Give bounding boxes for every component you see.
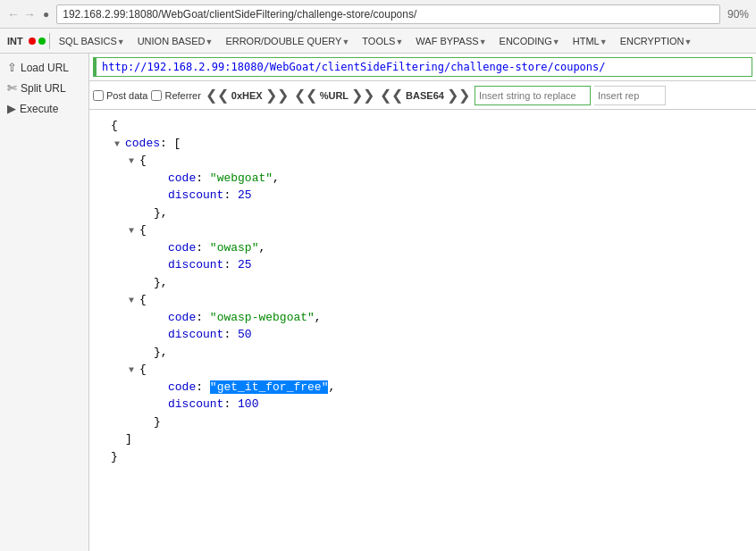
entry1-toggle[interactable]: ▼ — [129, 154, 138, 168]
json-entry-4-code: code: "get_it_for_free", — [100, 379, 745, 397]
menu-html[interactable]: HTML▼ — [567, 34, 613, 48]
separator-1 — [49, 33, 50, 49]
sidebar-item-split-url[interactable]: ✄ Split URL — [0, 78, 88, 98]
url-arrow-right[interactable]: ❯❯ — [350, 87, 375, 104]
menu-sql-basics[interactable]: SQL BASICS▼ — [54, 34, 130, 48]
url-input-field[interactable] — [93, 57, 752, 77]
json-entry-2-discount: discount: 25 — [100, 256, 745, 274]
json-entry-3-code: code: "owasp-webgoat", — [100, 309, 745, 327]
lock-icon: ● — [43, 8, 49, 21]
hackbar-dot-red — [29, 38, 36, 45]
hackbar-label: INT — [4, 36, 27, 46]
json-entry-4-close: } — [100, 413, 745, 431]
menu-tools[interactable]: TOOLS▼ — [357, 34, 408, 48]
hex-group: ❮❮ 0xHEX ❯❯ — [205, 87, 290, 104]
right-panel: Post data Referrer ❮❮ 0xHEX ❯❯ ❮❮ %URL ❯… — [89, 54, 756, 551]
json-entry-2-open: ▼{ — [100, 221, 745, 239]
sidebar: ⇧ Load URL ✄ Split URL ▶ Execute — [0, 54, 89, 551]
url-group: ❮❮ %URL ❯❯ — [293, 87, 375, 104]
json-line-open-brace: { — [100, 117, 745, 135]
json-entry-3-open: ▼{ — [100, 291, 745, 309]
content-area: ⇧ Load URL ✄ Split URL ▶ Execute — [0, 54, 756, 551]
insert-rep-input[interactable] — [594, 86, 666, 105]
address-bar[interactable] — [56, 4, 720, 24]
execute-label: Execute — [20, 103, 58, 115]
load-url-icon: ⇧ — [7, 61, 17, 74]
menu-encryption[interactable]: ENCRYPTION▼ — [615, 34, 698, 48]
entry4-toggle[interactable]: ▼ — [129, 363, 138, 377]
nav-icons: ← → — [7, 7, 36, 21]
base64-group: ❮❮ BASE64 ❯❯ — [379, 87, 471, 104]
post-data-label: Post data — [106, 90, 147, 101]
json-entry-1-discount: discount: 25 — [100, 187, 745, 205]
menu-error-double[interactable]: ERROR/DOUBLE QUERY▼ — [220, 34, 355, 48]
entry2-toggle[interactable]: ▼ — [129, 224, 138, 238]
json-entry-4-discount: discount: 100 — [100, 396, 745, 413]
json-entry-2-code: code: "owasp", — [100, 239, 745, 257]
json-line-codes-close: ] — [100, 430, 745, 448]
base64-label: BASE64 — [404, 90, 446, 101]
json-entry-3-discount: discount: 50 — [100, 326, 745, 344]
post-data-group: Post data — [93, 90, 147, 101]
hex-arrow-left[interactable]: ❮❮ — [205, 87, 230, 104]
post-data-checkbox[interactable] — [93, 90, 104, 101]
json-entry-1-open: ▼{ — [100, 152, 745, 170]
hackbar-toolbar: INT SQL BASICS▼ UNION BASED▼ ERROR/DOUBL… — [0, 29, 756, 54]
selected-value: "get_it_for_free" — [210, 380, 329, 394]
base64-arrow-left[interactable]: ❮❮ — [379, 87, 404, 104]
codes-toggle[interactable]: ▼ — [114, 138, 123, 151]
json-entry-3-close: }, — [100, 344, 745, 362]
entry3-toggle[interactable]: ▼ — [129, 294, 138, 307]
browser-bar: ← → ● 90% — [0, 0, 756, 29]
execute-icon: ▶ — [7, 102, 16, 115]
split-url-label: Split URL — [21, 82, 66, 95]
url-label: %URL — [318, 90, 350, 101]
json-line-close-brace: } — [100, 448, 745, 466]
json-entry-4-open: ▼{ — [100, 361, 745, 379]
json-entry-2-close: }, — [100, 274, 745, 292]
url-arrow-left[interactable]: ❮❮ — [293, 87, 318, 104]
menu-encoding[interactable]: ENCODING▼ — [494, 34, 566, 48]
split-url-icon: ✄ — [7, 81, 17, 95]
json-entry-1-close: }, — [100, 205, 745, 222]
referrer-checkbox[interactable] — [151, 90, 162, 101]
encoding-bar: Post data Referrer ❮❮ 0xHEX ❯❯ ❮❮ %URL ❯… — [89, 81, 756, 110]
json-content: { ▼codes: [ ▼{ code: "webgoat", discount… — [89, 110, 756, 551]
referrer-group: Referrer — [151, 90, 200, 101]
hex-label: 0xHEX — [230, 90, 265, 101]
json-line-codes-key: ▼codes: [ — [100, 135, 745, 153]
hackbar-dot-green — [38, 38, 46, 45]
menu-union-based[interactable]: UNION BASED▼ — [132, 34, 219, 48]
forward-icon[interactable]: → — [23, 7, 36, 21]
sidebar-item-load-url[interactable]: ⇧ Load URL — [0, 57, 88, 78]
referrer-label: Referrer — [164, 90, 200, 101]
back-icon[interactable]: ← — [7, 7, 20, 21]
url-input-area — [89, 54, 756, 81]
insert-string-input[interactable] — [475, 86, 591, 105]
base64-arrow-right[interactable]: ❯❯ — [446, 87, 471, 104]
sidebar-item-execute[interactable]: ▶ Execute — [0, 98, 88, 119]
menu-waf-bypass[interactable]: WAF BYPASS▼ — [410, 34, 491, 48]
zoom-level: 90% — [727, 8, 749, 21]
load-url-label: Load URL — [21, 62, 69, 74]
hex-arrow-right[interactable]: ❯❯ — [265, 87, 290, 104]
json-entry-1-code: code: "webgoat", — [100, 170, 745, 188]
